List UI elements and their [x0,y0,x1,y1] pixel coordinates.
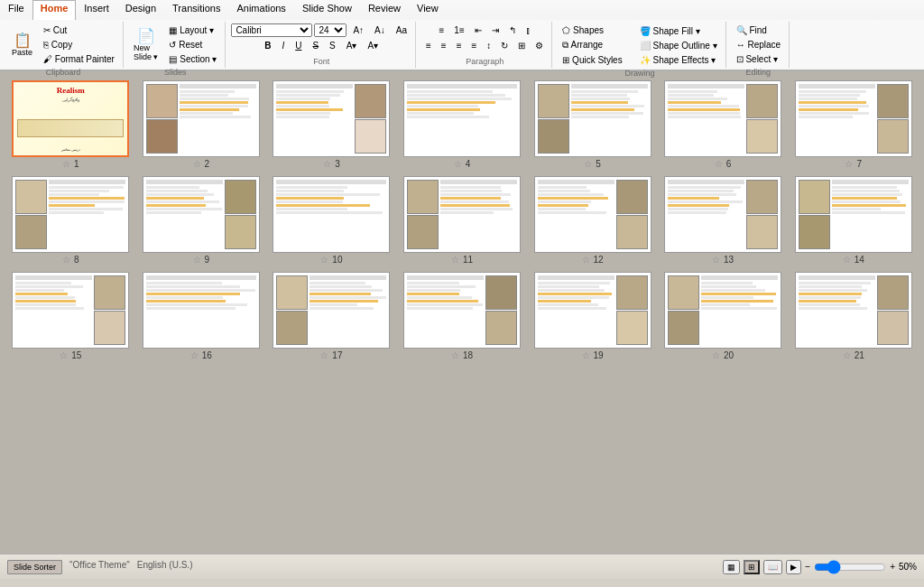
slide-star-4[interactable]: ☆ [454,159,462,169]
slide-thumbnail-3[interactable] [273,80,390,157]
increase-font-button[interactable]: A↑ [348,23,368,37]
reading-view-button[interactable]: 📖 [763,560,782,574]
tab-file[interactable]: File [0,0,32,20]
paste-button[interactable]: 📋 Paste [7,31,37,60]
italic-button[interactable]: I [277,39,289,52]
reset-button[interactable]: ↺ Reset [164,38,221,51]
copy-button[interactable]: ⎘ Copy [39,38,119,51]
slide-thumb[interactable]: ☆ 5 [531,80,654,169]
columns-button[interactable]: ⫿ [522,23,535,37]
bullets-button[interactable]: ≡ [435,23,449,37]
slide-thumb[interactable]: ☆ 3 [270,80,393,169]
font-size-up-button[interactable]: A▾ [363,39,383,52]
line-spacing-button[interactable]: ↕ [482,39,495,52]
shape-effects-button[interactable]: ✨ Shape Effects ▾ [635,53,722,67]
slide-star-3[interactable]: ☆ [323,159,331,169]
tab-view[interactable]: View [409,0,447,20]
slide-thumbnail-1[interactable]: Realism واقع‌گرایی درسی معاصر [12,80,129,157]
shadow-button[interactable]: S [325,39,340,52]
font-size-select[interactable]: 24 [314,23,346,37]
slide-star-2[interactable]: ☆ [193,159,201,169]
increase-indent-button[interactable]: ⇥ [487,23,504,37]
slide-thumbnail-16[interactable] [143,272,260,349]
slide-star-17[interactable]: ☆ [320,350,328,360]
slide-thumb[interactable]: ☆ 17 [270,272,393,360]
slide-thumbnail-11[interactable] [403,176,521,253]
bold-button[interactable]: B [260,39,275,52]
slide-thumb[interactable]: ☆ 4 [401,80,524,169]
clear-format-button[interactable]: Aa [392,23,411,37]
decrease-indent-button[interactable]: ⇤ [470,23,486,37]
slide-star-6[interactable]: ☆ [715,159,723,169]
font-color-button[interactable]: A▾ [342,39,362,52]
slide-star-5[interactable]: ☆ [584,159,592,169]
slide-thumbnail-13[interactable] [664,176,781,253]
slide-thumb[interactable]: ☆ 11 [401,176,524,265]
text-direction-button[interactable]: ↻ [496,39,513,52]
replace-button[interactable]: ↔ Replace [732,38,785,51]
align-right-button[interactable]: ≡ [452,39,467,52]
slide-star-19[interactable]: ☆ [582,350,590,360]
slide-sorter-button[interactable]: ⊞ [744,560,760,574]
new-slide-button[interactable]: 📄 NewSlide ▾ [129,26,163,64]
slide-thumbnail-12[interactable] [534,176,651,253]
shape-fill-button[interactable]: 🪣 Shape Fill ▾ [635,24,722,38]
slide-star-12[interactable]: ☆ [582,255,590,265]
slide-thumbnail-7[interactable] [795,80,912,157]
tab-transitions[interactable]: Transitions [164,0,228,20]
slide-thumb[interactable]: ☆ 19 [531,272,654,360]
slide-star-21[interactable]: ☆ [843,350,851,360]
slide-star-18[interactable]: ☆ [451,350,459,360]
slide-thumbnail-14[interactable] [795,176,912,253]
slide-star-13[interactable]: ☆ [712,255,720,265]
smartart-button[interactable]: ⚙ [531,39,548,52]
tab-design[interactable]: Design [117,0,164,20]
slideshow-button[interactable]: ▶ [786,560,801,574]
slide-thumb[interactable]: Realism واقع‌گرایی درسی معاصر ☆ 1 [9,80,133,169]
slide-star-7[interactable]: ☆ [845,159,853,169]
align-left-button[interactable]: ≡ [421,39,436,52]
slide-thumbnail-4[interactable] [403,80,521,157]
slide-thumbnail-5[interactable] [534,80,651,157]
slide-thumbnail-15[interactable] [12,272,129,349]
quick-styles-button[interactable]: ⊞ Quick Styles [558,53,626,67]
decrease-font-button[interactable]: A↓ [370,23,390,37]
slide-thumbnail-21[interactable] [795,272,912,349]
justify-button[interactable]: ≡ [467,39,481,52]
slide-thumb[interactable]: ☆ 12 [531,176,654,265]
slide-thumbnail-6[interactable] [664,80,781,157]
slide-star-9[interactable]: ☆ [193,255,201,265]
slide-thumbnail-10[interactable] [273,176,390,253]
normal-view-button[interactable]: ▦ [723,560,740,574]
slide-thumb[interactable]: ☆ 10 [270,176,393,265]
slide-star-20[interactable]: ☆ [712,350,720,360]
slide-thumb[interactable]: ☆ 20 [661,272,785,360]
slide-star-15[interactable]: ☆ [60,350,68,360]
tab-insert[interactable]: Insert [76,0,117,20]
slide-thumb[interactable]: ☆ 14 [791,176,915,265]
layout-button[interactable]: ▦ Layout ▾ [164,23,221,37]
arrange-button[interactable]: ⧉ Arrange [558,38,626,52]
slide-thumb[interactable]: ☆ 8 [9,176,133,265]
slide-thumbnail-9[interactable] [143,176,260,253]
tab-slideshow[interactable]: Slide Show [294,0,360,20]
slide-thumb[interactable]: ☆ 7 [791,80,915,169]
zoom-minus-icon[interactable]: − [805,562,810,572]
slide-thumb[interactable]: ☆ 15 [9,272,133,360]
slide-thumbnail-8[interactable] [12,176,129,253]
zoom-plus-icon[interactable]: + [890,562,895,572]
slide-thumb[interactable]: ☆ 18 [401,272,524,360]
shapes-button[interactable]: ⬠ Shapes [558,23,626,37]
slide-thumbnail-17[interactable] [273,272,390,349]
shape-outline-button[interactable]: ⬜ Shape Outline ▾ [635,39,722,52]
slide-thumbnail-19[interactable] [534,272,651,349]
slide-thumb[interactable]: ☆ 13 [661,176,785,265]
slide-star-16[interactable]: ☆ [190,350,199,360]
zoom-slider[interactable] [814,560,886,574]
slide-star-10[interactable]: ☆ [320,255,328,265]
slide-thumb[interactable]: ☆ 6 [661,80,785,169]
underline-button[interactable]: U [291,39,306,52]
slide-thumb[interactable]: ☆ 16 [140,272,263,360]
slide-thumbnail-20[interactable] [664,272,781,349]
slide-star-11[interactable]: ☆ [451,255,459,265]
